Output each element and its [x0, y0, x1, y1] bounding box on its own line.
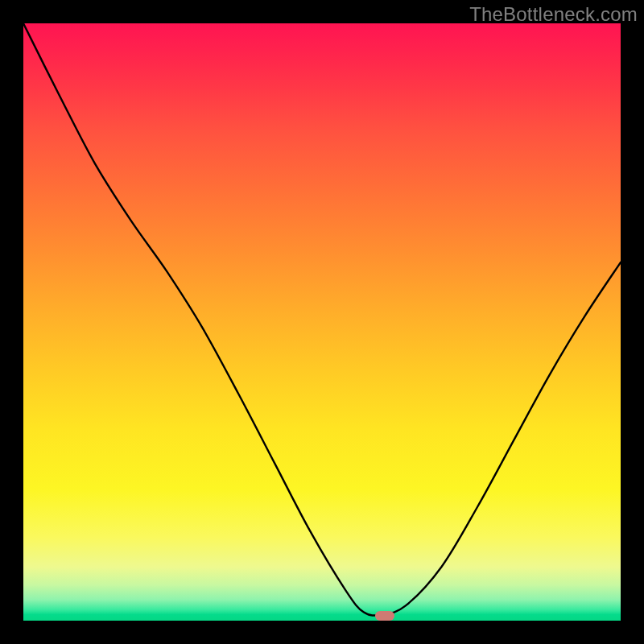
plot-area — [23, 23, 621, 621]
chart-frame: TheBottleneck.com — [0, 0, 644, 644]
bottleneck-curve — [23, 23, 621, 621]
minimum-marker — [375, 611, 394, 621]
watermark-label: TheBottleneck.com — [469, 3, 638, 26]
